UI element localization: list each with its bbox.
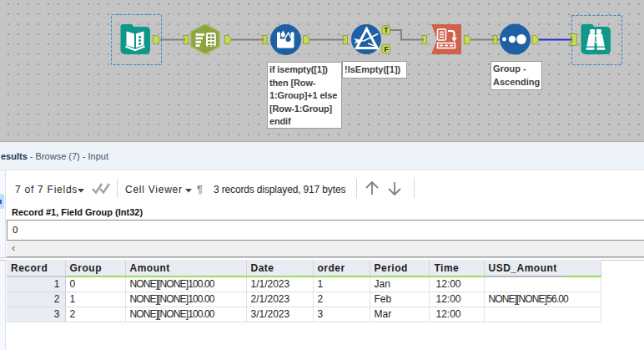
svg-text:F: F	[385, 45, 389, 53]
svg-text:T: T	[384, 26, 389, 34]
